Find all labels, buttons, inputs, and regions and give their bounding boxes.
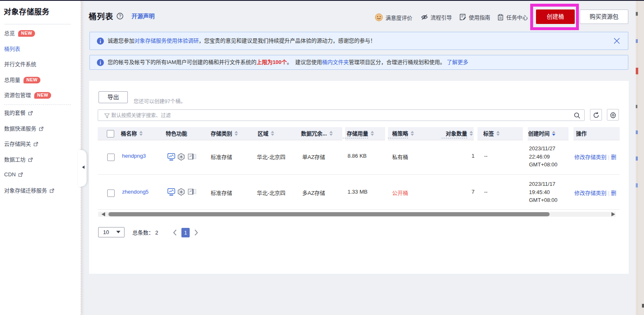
svg-text:?: ?: [119, 14, 121, 19]
